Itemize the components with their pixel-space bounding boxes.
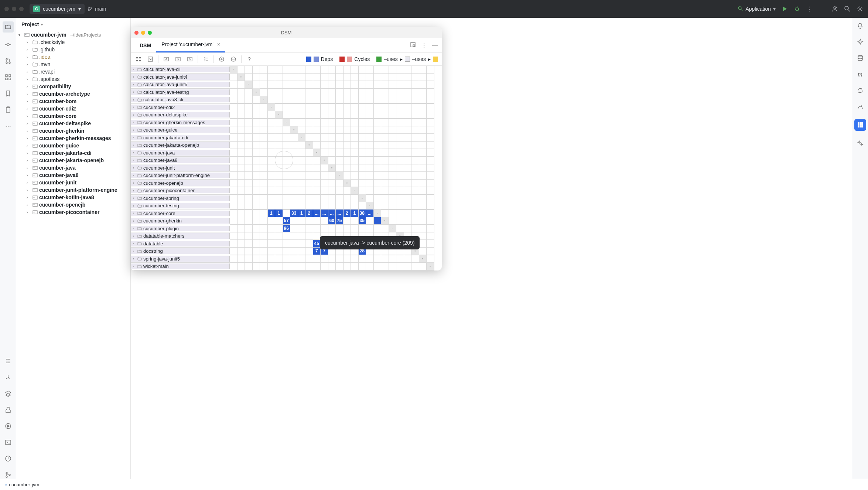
dsm-cell[interactable]	[298, 187, 306, 195]
dsm-cell[interactable]	[298, 149, 306, 157]
dsm-cell[interactable]: 38	[359, 210, 366, 217]
dsm-cell[interactable]	[389, 142, 397, 149]
dsm-cell[interactable]	[268, 187, 276, 195]
dsm-cell[interactable]	[328, 81, 336, 89]
dsm-cell[interactable]	[275, 217, 283, 225]
dsm-cell[interactable]	[344, 88, 351, 96]
dsm-cell[interactable]	[313, 172, 321, 180]
dsm-cell[interactable]	[404, 263, 412, 270]
dsm-cell[interactable]	[313, 96, 321, 104]
dsm-cell[interactable]	[359, 142, 366, 149]
dsm-cell[interactable]	[366, 81, 374, 89]
dsm-cell[interactable]	[411, 225, 419, 232]
dsm-cell[interactable]	[404, 157, 412, 164]
dsm-cell[interactable]	[344, 187, 351, 195]
dsm-cell[interactable]	[268, 157, 276, 164]
dsm-cell[interactable]	[305, 111, 313, 119]
dsm-cell[interactable]	[290, 232, 298, 240]
dsm-cell[interactable]	[290, 66, 298, 73]
dsm-row[interactable]: ›calculator-java-junit4▫	[131, 74, 434, 81]
dsm-cell[interactable]	[253, 96, 260, 104]
dsm-cell[interactable]	[419, 240, 427, 248]
dsm-cell[interactable]	[427, 179, 434, 187]
dsm-cell[interactable]	[253, 210, 260, 217]
dsm-cell[interactable]	[321, 179, 328, 187]
dsm-cell[interactable]	[253, 81, 260, 89]
dsm-row-label[interactable]: ›cucumber-deltaspike	[131, 112, 230, 118]
dsm-cell[interactable]	[427, 225, 434, 232]
dsm-cell[interactable]	[328, 194, 336, 202]
tree-node[interactable]: ›cucumber-archetype	[16, 90, 130, 98]
structure-tool-icon[interactable]	[4, 73, 12, 81]
dsm-cell[interactable]	[230, 263, 237, 270]
dsm-cell[interactable]	[359, 81, 366, 89]
dsm-cell[interactable]	[230, 126, 237, 134]
dsm-cell[interactable]	[344, 217, 351, 225]
dsm-cell[interactable]	[336, 88, 344, 96]
dsm-cell[interactable]	[336, 179, 344, 187]
dsm-cell[interactable]: ▫	[275, 111, 283, 119]
dsm-cell[interactable]	[253, 179, 260, 187]
dsm-cell[interactable]	[359, 111, 366, 119]
dsm-cell[interactable]	[374, 88, 382, 96]
dsm-cell[interactable]	[260, 172, 268, 180]
dsm-cell[interactable]	[351, 142, 359, 149]
dsm-row[interactable]: ›cucumber-jakarta-openejb▫	[131, 142, 434, 149]
dsm-cell[interactable]	[275, 164, 283, 172]
dsm-cell[interactable]	[344, 157, 351, 164]
dsm-cell[interactable]	[336, 73, 344, 81]
dsm-cell[interactable]	[381, 88, 389, 96]
dsm-cell[interactable]	[336, 126, 344, 134]
run-button[interactable]	[781, 5, 788, 13]
dsm-cell[interactable]	[328, 88, 336, 96]
dsm-cell[interactable]	[321, 81, 328, 89]
dsm-cell[interactable]	[374, 194, 382, 202]
dsm-cell[interactable]	[396, 157, 404, 164]
dsm-cell[interactable]	[404, 73, 412, 81]
dsm-cell[interactable]	[427, 202, 434, 210]
dsm-cell[interactable]	[374, 225, 382, 232]
dsm-cell[interactable]	[328, 202, 336, 210]
dsm-cell[interactable]	[389, 187, 397, 195]
dsm-cell[interactable]	[313, 88, 321, 96]
dsm-cell[interactable]	[336, 263, 344, 270]
dsm-cell[interactable]: 2	[305, 210, 313, 217]
clipboard-tool-icon[interactable]	[4, 106, 12, 114]
dsm-cell[interactable]	[275, 142, 283, 149]
dsm-cell[interactable]	[389, 96, 397, 104]
dsm-cell[interactable]	[344, 225, 351, 232]
dsm-cell[interactable]	[389, 157, 397, 164]
minimize-icon[interactable]	[141, 31, 145, 35]
dsm-cell[interactable]	[305, 217, 313, 225]
dsm-cell[interactable]	[275, 88, 283, 96]
dsm-row[interactable]: ›cucumber-junit▫	[131, 164, 434, 172]
dsm-cell[interactable]	[283, 202, 291, 210]
dsm-cell[interactable]	[237, 149, 245, 157]
tree-node[interactable]: ›cucumber-picocontainer	[16, 208, 130, 216]
dsm-cell[interactable]	[275, 66, 283, 73]
dsm-cell[interactable]	[351, 225, 359, 232]
dsm-cell[interactable]	[275, 179, 283, 187]
dsm-cell[interactable]	[298, 142, 306, 149]
dsm-cell[interactable]	[298, 81, 306, 89]
dsm-cell[interactable]	[366, 134, 374, 142]
tree-node[interactable]: ›compatibility	[16, 83, 130, 90]
more-icon[interactable]: ⋮	[421, 42, 427, 49]
dsm-cell[interactable]	[298, 217, 306, 225]
dsm-cell[interactable]	[359, 255, 366, 263]
dsm-cell[interactable]	[374, 149, 382, 157]
dsm-cell[interactable]	[427, 217, 434, 225]
dsm-cell[interactable]	[366, 111, 374, 119]
dsm-cell[interactable]	[389, 81, 397, 89]
dsm-cell[interactable]	[427, 187, 434, 195]
dsm-cell[interactable]	[290, 263, 298, 270]
dsm-cell[interactable]	[344, 142, 351, 149]
dsm-cell[interactable]	[305, 263, 313, 270]
dsm-cell[interactable]	[328, 149, 336, 157]
dsm-cell[interactable]	[237, 96, 245, 104]
dsm-cell[interactable]	[359, 149, 366, 157]
dsm-row-label[interactable]: ›cucumber-gherkin	[131, 218, 230, 224]
dsm-cell[interactable]	[298, 255, 306, 263]
dsm-cell[interactable]	[260, 248, 268, 255]
dsm-cell[interactable]	[305, 66, 313, 73]
